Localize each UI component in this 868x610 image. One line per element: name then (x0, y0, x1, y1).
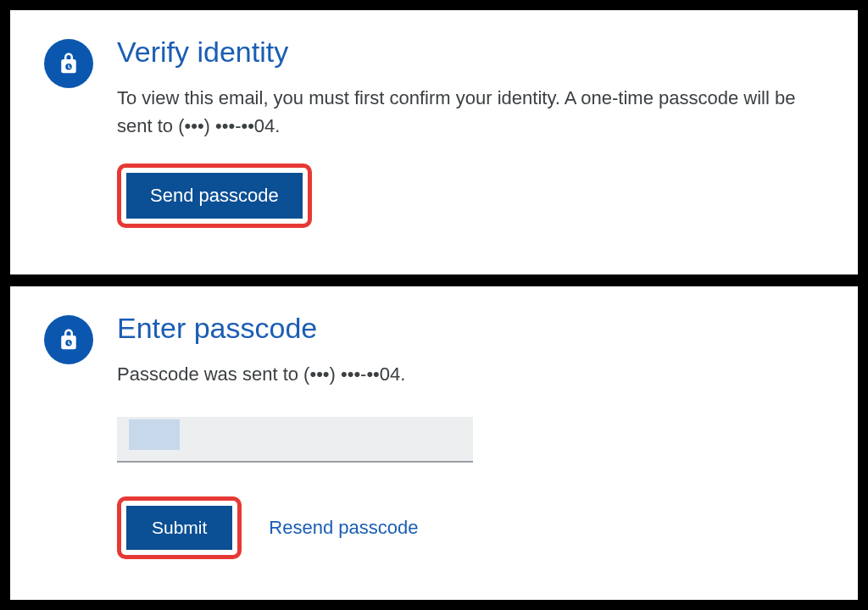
lock-clock-icon (44, 315, 93, 364)
verify-description: To view this email, you must first confi… (117, 84, 824, 140)
passcode-input[interactable] (117, 417, 473, 463)
annotation-box: Submit (117, 496, 242, 559)
enter-passcode-card: Enter passcode Passcode was sent to (•••… (10, 286, 858, 600)
enter-passcode-title: Enter passcode (117, 312, 824, 345)
lock-clock-icon (44, 39, 93, 88)
enter-passcode-description: Passcode was sent to (•••) •••-••04. (117, 360, 824, 388)
verify-identity-card: Verify identity To view this email, you … (10, 10, 858, 274)
verify-title: Verify identity (117, 36, 824, 69)
send-passcode-button[interactable]: Send passcode (126, 173, 303, 219)
submit-button[interactable]: Submit (126, 506, 232, 550)
annotation-box: Send passcode (117, 164, 312, 228)
resend-passcode-link[interactable]: Resend passcode (269, 517, 418, 539)
